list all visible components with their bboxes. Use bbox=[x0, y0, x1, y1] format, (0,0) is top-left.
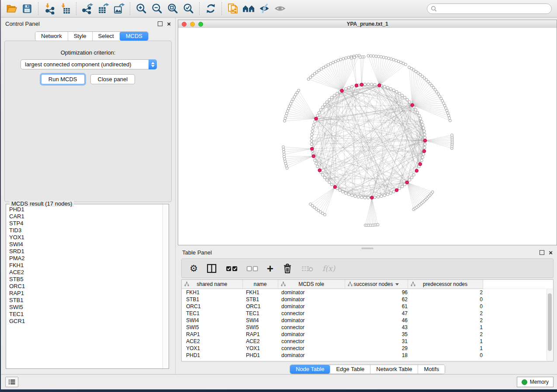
graph-node[interactable] bbox=[374, 83, 376, 86]
close-panel-icon[interactable]: × bbox=[167, 22, 171, 26]
float-panel-icon[interactable] bbox=[158, 21, 163, 26]
graph-dominator-node[interactable] bbox=[395, 189, 398, 192]
graph-leaf-node[interactable] bbox=[287, 107, 290, 110]
graph-leaf-node[interactable] bbox=[451, 134, 453, 137]
graph-dominator-node[interactable] bbox=[340, 89, 344, 93]
graph-leaf-node[interactable] bbox=[445, 107, 447, 110]
graph-leaf-node[interactable] bbox=[359, 56, 362, 58]
graph-node[interactable] bbox=[401, 94, 404, 97]
mcds-result-item[interactable]: PHD1 bbox=[6, 206, 163, 213]
graph-dominator-node[interactable] bbox=[422, 149, 426, 153]
table-row[interactable]: ORC1ORC1dominator610 bbox=[182, 303, 553, 310]
graph-node[interactable] bbox=[325, 179, 328, 181]
graph-node[interactable] bbox=[311, 133, 313, 136]
task-history-button[interactable] bbox=[5, 377, 18, 387]
graph-node[interactable] bbox=[363, 196, 366, 199]
graph-leaf-node[interactable] bbox=[431, 191, 434, 193]
graph-node[interactable] bbox=[395, 90, 398, 93]
network-window-titlebar[interactable]: YPA_prune.txt_1 bbox=[178, 20, 557, 28]
graph-edge[interactable] bbox=[425, 141, 452, 146]
table-row[interactable]: SWI5SWI5connector431 bbox=[182, 324, 553, 331]
graph-node[interactable] bbox=[316, 114, 319, 117]
graph-edge[interactable] bbox=[397, 92, 419, 166]
graph-dominator-node[interactable] bbox=[355, 84, 358, 87]
column-header-predecessor-nodes[interactable]: predecessor nodes bbox=[408, 280, 483, 289]
graph-node[interactable] bbox=[412, 174, 415, 176]
graph-node[interactable] bbox=[398, 92, 401, 95]
graph-dominator-node[interactable] bbox=[405, 181, 409, 184]
table-row[interactable]: STB1STB1dominator620 bbox=[182, 296, 553, 303]
panel-drag-handle[interactable] bbox=[361, 248, 374, 249]
graph-leaf-node[interactable] bbox=[449, 119, 451, 122]
graph-edge[interactable] bbox=[379, 57, 384, 85]
graph-edge[interactable] bbox=[407, 182, 425, 201]
graph-node[interactable] bbox=[315, 162, 318, 165]
graph-node[interactable] bbox=[351, 85, 353, 88]
export-image-button[interactable] bbox=[111, 1, 127, 16]
refresh-layout-button[interactable] bbox=[203, 1, 218, 16]
graph-node[interactable] bbox=[319, 109, 322, 111]
graph-leaf-node[interactable] bbox=[390, 58, 392, 60]
mcds-result-item[interactable]: STP4 bbox=[6, 220, 163, 227]
graph-edge[interactable] bbox=[311, 141, 332, 185]
network-overview-button[interactable] bbox=[241, 1, 256, 16]
graph-dominator-node[interactable] bbox=[378, 84, 381, 87]
graph-node[interactable] bbox=[424, 136, 426, 139]
graph-node[interactable] bbox=[333, 94, 336, 97]
graph-node[interactable] bbox=[351, 194, 353, 196]
graph-leaf-node[interactable] bbox=[334, 60, 337, 63]
graph-leaf-node[interactable] bbox=[339, 58, 342, 61]
network-graph[interactable] bbox=[178, 28, 557, 245]
graph-edge[interactable] bbox=[287, 156, 314, 166]
add-column-button[interactable]: + bbox=[267, 262, 273, 275]
graph-node[interactable] bbox=[389, 192, 392, 194]
graph-node[interactable] bbox=[322, 106, 324, 108]
graph-edge[interactable] bbox=[425, 141, 452, 148]
graph-edge[interactable] bbox=[292, 102, 316, 119]
graph-node[interactable] bbox=[389, 88, 392, 90]
graph-edge[interactable] bbox=[349, 88, 407, 182]
graph-edge[interactable] bbox=[284, 147, 312, 149]
graph-node[interactable] bbox=[386, 86, 389, 89]
save-session-button[interactable] bbox=[19, 1, 35, 16]
graph-node[interactable] bbox=[342, 190, 344, 193]
graph-edge[interactable] bbox=[407, 182, 420, 205]
graph-edge[interactable] bbox=[425, 141, 452, 143]
mcds-result-item[interactable]: SWI5 bbox=[6, 304, 163, 311]
graph-leaf-node[interactable] bbox=[342, 58, 345, 60]
graph-edge[interactable] bbox=[285, 118, 316, 119]
delete-table-button[interactable] bbox=[301, 262, 314, 275]
tab-edge-table[interactable]: Edge Table bbox=[330, 365, 370, 374]
graph-dominator-node[interactable] bbox=[310, 147, 314, 151]
graph-leaf-node[interactable] bbox=[282, 146, 285, 148]
column-header-name[interactable]: name bbox=[242, 280, 278, 289]
mcds-result-item[interactable]: TID3 bbox=[6, 227, 163, 234]
graph-leaf-node[interactable] bbox=[375, 55, 377, 58]
tab-network[interactable]: Network bbox=[35, 32, 68, 41]
graph-node[interactable] bbox=[424, 143, 426, 146]
graph-node[interactable] bbox=[311, 130, 314, 132]
graph-node[interactable] bbox=[421, 156, 424, 158]
table-row[interactable]: RAP1RAP1dominator352 bbox=[182, 331, 553, 338]
graph-leaf-node[interactable] bbox=[285, 115, 287, 117]
graph-node[interactable] bbox=[415, 109, 417, 111]
graph-node[interactable] bbox=[401, 185, 404, 188]
graph-dominator-node[interactable] bbox=[360, 83, 363, 86]
function-builder-button[interactable]: f(x) bbox=[322, 262, 335, 275]
mcds-result-item[interactable]: GCR1 bbox=[6, 318, 163, 325]
graph-node[interactable] bbox=[398, 187, 401, 190]
graph-node[interactable] bbox=[363, 83, 366, 86]
zoom-selected-button[interactable] bbox=[180, 1, 196, 16]
graph-node[interactable] bbox=[420, 120, 423, 123]
graph-edge[interactable] bbox=[379, 63, 403, 85]
graph-dominator-node[interactable] bbox=[423, 139, 427, 142]
graph-node[interactable] bbox=[318, 111, 320, 114]
graph-node[interactable] bbox=[310, 143, 313, 146]
graph-leaf-node[interactable] bbox=[337, 59, 339, 62]
graph-edge[interactable] bbox=[321, 187, 335, 212]
graph-node[interactable] bbox=[328, 98, 331, 101]
graph-edge[interactable] bbox=[285, 156, 314, 162]
graph-leaf-node[interactable] bbox=[324, 213, 326, 216]
graph-edge[interactable] bbox=[284, 119, 316, 121]
graph-dominator-node[interactable] bbox=[315, 117, 318, 120]
